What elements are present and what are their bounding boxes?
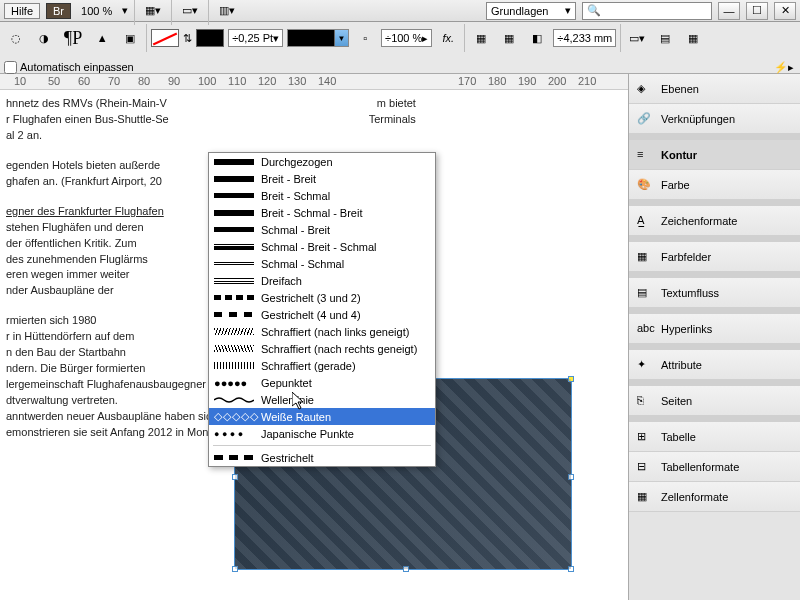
- corner-size-input[interactable]: ÷ 4,233 mm: [553, 29, 616, 47]
- minimize-button[interactable]: —: [718, 2, 740, 20]
- swatches-icon: ▦: [637, 250, 653, 264]
- panel-pages[interactable]: ⎘Seiten: [629, 386, 800, 416]
- panel-hyperlink[interactable]: abcHyperlinks: [629, 314, 800, 344]
- fx-icon[interactable]: fx.: [436, 27, 460, 49]
- panel-table[interactable]: ⊞Tabelle: [629, 422, 800, 452]
- swap-fill-stroke-icon[interactable]: ⇅: [183, 32, 192, 45]
- pages-icon: ⎘: [637, 394, 653, 408]
- stroke-option-bsb[interactable]: Breit - Schmal - Breit: [209, 204, 435, 221]
- stroke-option-jdots[interactable]: ● ● ● ●Japanische Punkte: [209, 425, 435, 442]
- attr-icon: ✦: [637, 358, 653, 372]
- bridge-button[interactable]: Br: [46, 3, 71, 19]
- text-wrap-icon[interactable]: ▦: [497, 27, 521, 49]
- corner-icon[interactable]: ◧: [525, 27, 549, 49]
- tool-icon[interactable]: ◑: [32, 27, 56, 49]
- stroke-option-dots[interactable]: ●●●●●Gepunktet: [209, 374, 435, 391]
- titlebar: Hilfe Br 100 % ▾ ▦▾ ▭▾ ▥▾ Grundlagen ▾ 🔍…: [0, 0, 800, 22]
- wrap-icon: ▤: [637, 286, 653, 300]
- stroke-option-bs[interactable]: Breit - Schmal: [209, 187, 435, 204]
- stroke-icon: ≡: [637, 148, 653, 162]
- stroke-option-solid-thick[interactable]: Durchgezogen: [209, 153, 435, 170]
- control-panel: ◌ ◑ ¶P ▲ ▣ ⇅ ÷ 0,25 Pt ▾ ▼ ▫ ÷ 100 % ▸ f…: [0, 22, 800, 74]
- maximize-button[interactable]: ☐: [746, 2, 768, 20]
- view-options-icon[interactable]: ▦▾: [141, 0, 165, 22]
- panel-tablefmt[interactable]: ⊟Tabellenformate: [629, 452, 800, 482]
- layers-icon: ◈: [637, 82, 653, 96]
- help-menu[interactable]: Hilfe: [4, 3, 40, 19]
- char-icon: A̲: [637, 214, 653, 228]
- fitting-icon[interactable]: ▤: [653, 27, 677, 49]
- link-icon: 🔗: [637, 112, 653, 126]
- stroke-option-ss[interactable]: Schmal - Schmal: [209, 255, 435, 272]
- screen-mode-icon[interactable]: ▭▾: [178, 0, 202, 22]
- arrange-icon[interactable]: ▥▾: [215, 0, 239, 22]
- tool-icon[interactable]: ▣: [118, 27, 142, 49]
- panel-wrap[interactable]: ▤Textumfluss: [629, 278, 800, 308]
- zoom-dropdown-icon[interactable]: ▾: [122, 4, 128, 17]
- workspace-switcher[interactable]: Grundlagen ▾: [486, 2, 576, 20]
- document-view[interactable]: 1050607080901001101201301401701801902002…: [0, 74, 628, 600]
- hyperlink-icon: abc: [637, 322, 653, 336]
- stroke-option-dash[interactable]: Gestrichelt: [209, 449, 435, 466]
- panel-layers[interactable]: ◈Ebenen: [629, 74, 800, 104]
- chevron-down-icon[interactable]: ▼: [334, 30, 348, 46]
- close-button[interactable]: ✕: [774, 2, 796, 20]
- stroke-option-triple[interactable]: Dreifach: [209, 272, 435, 289]
- panel-cellfmt[interactable]: ▦Zellenformate: [629, 482, 800, 512]
- horizontal-ruler: 1050607080901001101201301401701801902002…: [0, 74, 628, 90]
- fitting-icon[interactable]: ▦: [681, 27, 705, 49]
- opacity-input[interactable]: ÷ 100 % ▸: [381, 29, 432, 47]
- stroke-option-dash44[interactable]: Gestrichelt (4 und 4): [209, 306, 435, 323]
- panel-swatches[interactable]: ▦Farbfelder: [629, 242, 800, 272]
- tool-icon[interactable]: ▲: [90, 27, 114, 49]
- tool-icon[interactable]: ◌: [4, 27, 28, 49]
- cellfmt-icon: ▦: [637, 490, 653, 504]
- stroke-type-menu: DurchgezogenBreit - BreitBreit - SchmalB…: [208, 152, 436, 467]
- stroke-option-diamonds[interactable]: ◇◇◇◇◇Weiße Rauten: [209, 408, 435, 425]
- stroke-option-bb[interactable]: Breit - Breit: [209, 170, 435, 187]
- paragraph-style-icon[interactable]: ¶P: [60, 28, 86, 49]
- panel-char[interactable]: A̲Zeichenformate: [629, 206, 800, 236]
- stroke-option-hatchR[interactable]: Schraffiert (nach rechts geneigt): [209, 340, 435, 357]
- table-icon: ⊞: [637, 430, 653, 444]
- fitting-icon[interactable]: ▭▾: [625, 27, 649, 49]
- panel-color[interactable]: 🎨Farbe: [629, 170, 800, 200]
- color-icon: 🎨: [637, 178, 653, 192]
- stroke-swatch[interactable]: [196, 29, 224, 47]
- zoom-level[interactable]: 100 %: [77, 5, 116, 17]
- stroke-weight-input[interactable]: ÷ 0,25 Pt ▾: [228, 29, 283, 47]
- tablefmt-icon: ⊟: [637, 460, 653, 474]
- stroke-option-dash32[interactable]: Gestrichelt (3 und 2): [209, 289, 435, 306]
- stroke-type-dropdown[interactable]: ▼: [287, 29, 349, 47]
- stroke-option-sbs[interactable]: Schmal - Breit - Schmal: [209, 238, 435, 255]
- panel-link[interactable]: 🔗Verknüpfungen: [629, 104, 800, 134]
- stroke-option-wave[interactable]: Wellenlinie: [209, 391, 435, 408]
- effects-icon[interactable]: ▫: [353, 27, 377, 49]
- panel-stroke[interactable]: ≡Kontur: [629, 140, 800, 170]
- stroke-option-sb[interactable]: Schmal - Breit: [209, 221, 435, 238]
- panel-attr[interactable]: ✦Attribute: [629, 350, 800, 380]
- autofit-checkbox[interactable]: Automatisch einpassen: [4, 61, 134, 74]
- search-input[interactable]: 🔍: [582, 2, 712, 20]
- panel-dock: ◈Ebenen🔗Verknüpfungen≡Kontur🎨FarbeA̲Zeic…: [628, 74, 800, 600]
- stroke-option-hatchS[interactable]: Schraffiert (gerade): [209, 357, 435, 374]
- stroke-option-hatchL[interactable]: Schraffiert (nach links geneigt): [209, 323, 435, 340]
- text-wrap-icon[interactable]: ▦: [469, 27, 493, 49]
- fill-swatch[interactable]: [151, 29, 179, 47]
